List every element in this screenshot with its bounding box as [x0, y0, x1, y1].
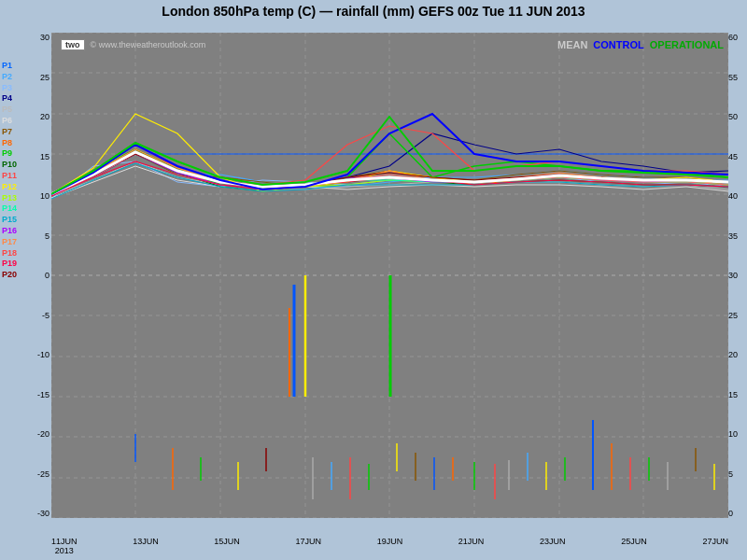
chart-area — [51, 33, 728, 518]
watermark: © www.theweatheroutlook.com — [91, 40, 206, 49]
twologo: two — [61, 39, 85, 50]
legend-operational: OPERATIONAL — [650, 39, 724, 50]
legend-control: CONTROL — [593, 39, 643, 50]
legend-mean: MEAN — [557, 39, 587, 50]
chart-title: London 850hPa temp (C) — rainfall (mm) G… — [0, 4, 747, 19]
chart-svg — [51, 33, 728, 518]
chart-legend: two © www.theweatheroutlook.com MEAN CON… — [61, 39, 724, 50]
y-axis-right: 60 55 50 45 40 35 30 25 20 15 10 5 0 — [728, 33, 745, 518]
y-axis-left: 30 25 20 15 10 5 0 -5 -10 -15 -20 -25 -3… — [17, 33, 49, 518]
x-axis: 11JUN2013 13JUN 15JUN 17JUN 19JUN 21JUN … — [51, 537, 728, 555]
chart-container: London 850hPa temp (C) — rainfall (mm) G… — [0, 0, 747, 560]
